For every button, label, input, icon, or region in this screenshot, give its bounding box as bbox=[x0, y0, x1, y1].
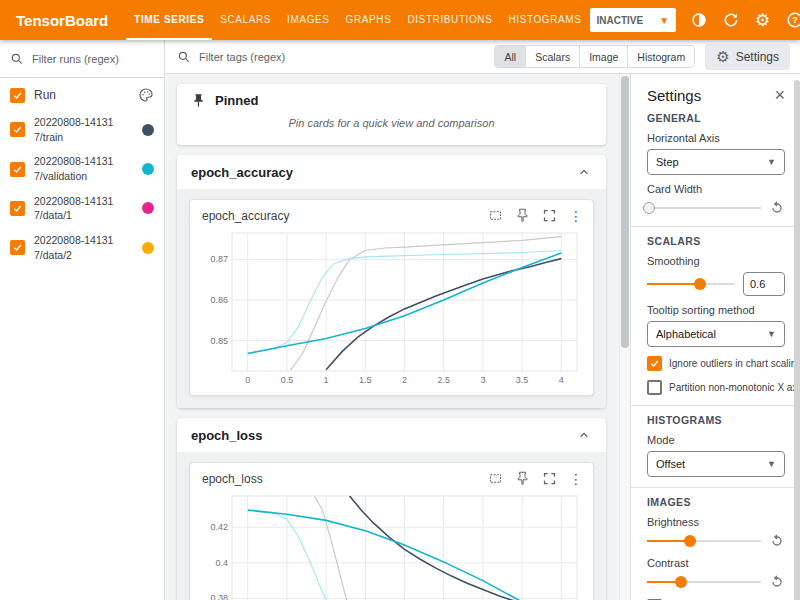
histogram-mode-select[interactable]: Offset ▼ bbox=[647, 451, 785, 477]
svg-text:4: 4 bbox=[559, 375, 564, 385]
run-name: 20220808-141317/train bbox=[34, 115, 122, 144]
tab-distributions[interactable]: DISTRIBUTIONS bbox=[399, 0, 500, 40]
fit-domain-icon[interactable] bbox=[488, 208, 503, 223]
run-name: 20220808-141317/data/2 bbox=[34, 233, 122, 262]
chart-title: epoch_loss bbox=[202, 472, 263, 486]
run-row[interactable]: 20220808-141317/validation bbox=[0, 149, 164, 188]
tags-filter-input[interactable] bbox=[199, 51, 484, 63]
svg-text:0.86: 0.86 bbox=[210, 295, 228, 305]
card-width-slider[interactable] bbox=[647, 201, 761, 215]
run-row[interactable]: 20220808-141317/train bbox=[0, 110, 164, 149]
toggle-image[interactable]: Image bbox=[579, 46, 627, 67]
toggle-histogram[interactable]: Histogram bbox=[627, 46, 694, 67]
run-row[interactable]: 20220808-141317/data/1 bbox=[0, 189, 164, 228]
toggle-scalars[interactable]: Scalars bbox=[525, 46, 579, 67]
refresh-icon[interactable] bbox=[721, 11, 740, 30]
tab-scalars[interactable]: SCALARS bbox=[212, 0, 279, 40]
run-checkbox[interactable] bbox=[10, 240, 25, 255]
section-title: epoch_loss bbox=[191, 428, 263, 443]
main-nav-tabs: TIME SERIES SCALARS IMAGES GRAPHS DISTRI… bbox=[126, 0, 589, 40]
app-title: TensorBoard bbox=[16, 12, 108, 29]
scalars-section-label: SCALARS bbox=[647, 235, 785, 247]
scrollbar-thumb[interactable] bbox=[794, 80, 800, 600]
contrast-label: Contrast bbox=[647, 557, 785, 569]
fullscreen-icon[interactable] bbox=[542, 471, 557, 486]
pinned-empty-text: Pin cards for a quick view and compariso… bbox=[177, 114, 606, 145]
brightness-slider[interactable] bbox=[647, 534, 761, 548]
more-options-icon[interactable]: ⋮ bbox=[569, 209, 583, 223]
topbar-actions: INACTIVE ▼ ⚙ ? bbox=[590, 8, 800, 32]
pin-icon[interactable] bbox=[515, 471, 530, 486]
section-header[interactable]: epoch_loss bbox=[177, 418, 606, 452]
run-checkbox[interactable] bbox=[10, 122, 25, 137]
palette-icon[interactable] bbox=[138, 87, 154, 103]
svg-text:2.5: 2.5 bbox=[437, 375, 450, 385]
svg-text:1.5: 1.5 bbox=[359, 375, 372, 385]
tooltip-sorting-select[interactable]: Alphabetical ▼ bbox=[647, 321, 785, 347]
section-title: epoch_accuracy bbox=[191, 165, 293, 180]
histograms-section-label: HISTOGRAMS bbox=[647, 414, 785, 426]
tags-toolbar: All Scalars Image Histogram ⚙ Settings bbox=[165, 40, 800, 74]
section-epoch-loss: epoch_loss epoch_loss bbox=[177, 418, 606, 600]
chevron-down-icon: ▼ bbox=[767, 157, 776, 167]
runs-list-header: Run bbox=[0, 78, 164, 110]
settings-button-label: Settings bbox=[736, 50, 779, 64]
settings-title: Settings bbox=[647, 87, 701, 104]
close-icon[interactable]: × bbox=[774, 86, 785, 104]
chevron-down-icon: ▼ bbox=[767, 459, 776, 469]
settings-button[interactable]: ⚙ Settings bbox=[705, 44, 790, 70]
smoothing-value-input[interactable] bbox=[743, 272, 785, 296]
svg-text:0.4: 0.4 bbox=[215, 558, 228, 568]
svg-text:0.38: 0.38 bbox=[210, 593, 228, 600]
epoch-loss-chart[interactable]: 00.511.522.533.540.360.380.40.42 bbox=[198, 488, 587, 600]
ignore-outliers-checkbox[interactable] bbox=[647, 356, 662, 371]
tab-graphs[interactable]: GRAPHS bbox=[338, 0, 400, 40]
epoch-accuracy-chart[interactable]: 00.511.522.533.540.850.860.87 bbox=[198, 225, 587, 389]
help-icon[interactable]: ? bbox=[785, 11, 800, 30]
section-header[interactable]: epoch_accuracy bbox=[177, 155, 606, 189]
card-width-label: Card Width bbox=[647, 183, 785, 195]
runs-filter-input[interactable] bbox=[32, 53, 154, 65]
smoothing-slider[interactable] bbox=[647, 277, 735, 291]
main-scrollbar[interactable] bbox=[619, 74, 630, 600]
tab-images[interactable]: IMAGES bbox=[279, 0, 338, 40]
tab-histograms[interactable]: HISTOGRAMS bbox=[500, 0, 589, 40]
settings-scrollbar[interactable] bbox=[793, 74, 800, 600]
run-color-dot bbox=[142, 124, 154, 136]
tab-time-series[interactable]: TIME SERIES bbox=[126, 0, 212, 40]
chevron-down-icon: ▼ bbox=[659, 15, 669, 26]
contrast-slider[interactable] bbox=[647, 575, 761, 589]
images-section-label: IMAGES bbox=[647, 496, 785, 508]
svg-text:1: 1 bbox=[324, 375, 329, 385]
reset-icon[interactable] bbox=[769, 574, 785, 590]
tag-type-toggle-group: All Scalars Image Histogram bbox=[494, 45, 695, 68]
settings-panel: Settings × GENERAL Horizontal Axis Step … bbox=[630, 74, 800, 600]
run-row[interactable]: 20220808-141317/data/2 bbox=[0, 228, 164, 267]
reset-icon[interactable] bbox=[769, 533, 785, 549]
run-checkbox[interactable] bbox=[10, 162, 25, 177]
horizontal-axis-select[interactable]: Step ▼ bbox=[647, 149, 785, 175]
toggle-all[interactable]: All bbox=[495, 46, 525, 67]
run-color-dot bbox=[142, 202, 154, 214]
fullscreen-icon[interactable] bbox=[542, 208, 557, 223]
scrollbar-thumb[interactable] bbox=[621, 76, 629, 348]
runs-sidebar: Run 20220808-141317/train 20220808-14131… bbox=[0, 40, 165, 600]
svg-text:0.85: 0.85 bbox=[210, 336, 228, 346]
ignore-outliers-label: Ignore outliers in chart scaling bbox=[669, 358, 800, 369]
gear-icon[interactable]: ⚙ bbox=[753, 11, 772, 30]
reset-icon[interactable] bbox=[769, 200, 785, 216]
run-color-dot bbox=[142, 163, 154, 175]
select-all-runs-checkbox[interactable] bbox=[10, 88, 25, 103]
chevron-up-icon[interactable] bbox=[576, 164, 592, 180]
more-options-icon[interactable]: ⋮ bbox=[569, 472, 583, 486]
run-name: 20220808-141317/data/1 bbox=[34, 194, 122, 223]
partition-x-axis-checkbox[interactable] bbox=[647, 380, 662, 395]
chevron-up-icon[interactable] bbox=[576, 427, 592, 443]
run-checkbox[interactable] bbox=[10, 201, 25, 216]
pinned-card: Pinned Pin cards for a quick view and co… bbox=[177, 84, 606, 145]
pin-icon[interactable] bbox=[515, 208, 530, 223]
svg-text:0.87: 0.87 bbox=[210, 254, 228, 264]
theme-toggle-icon[interactable] bbox=[689, 11, 708, 30]
fit-domain-icon[interactable] bbox=[488, 471, 503, 486]
reload-status-select[interactable]: INACTIVE ▼ bbox=[590, 8, 677, 32]
